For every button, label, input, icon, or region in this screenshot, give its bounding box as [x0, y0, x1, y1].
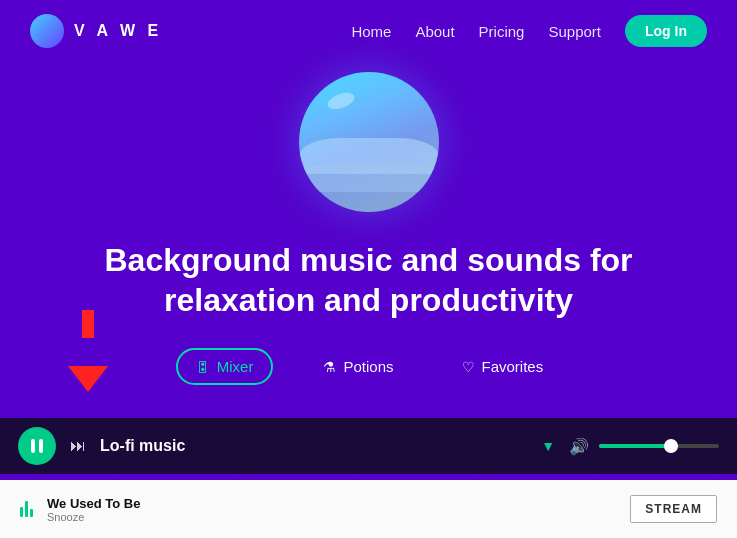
planet-shine — [325, 90, 356, 113]
nav-home[interactable]: Home — [351, 23, 391, 40]
player-bar: ⏭ Lo-fi music ▼ 🔊 — [0, 418, 737, 474]
tab-potions-label: Potions — [343, 358, 393, 375]
audio-bars — [20, 501, 33, 517]
logo-icon — [30, 14, 64, 48]
pause-icon — [31, 439, 43, 453]
track-name: Lo-fi music — [100, 437, 527, 455]
bar-2 — [25, 501, 28, 517]
tab-favorites[interactable]: ♡ Favorites — [444, 350, 562, 383]
skip-button[interactable]: ⏭ — [70, 437, 86, 455]
tab-mixer-label: Mixer — [217, 358, 254, 375]
bar-3 — [30, 509, 33, 517]
tab-favorites-label: Favorites — [482, 358, 544, 375]
arrow-stem — [82, 310, 94, 338]
volume-fill — [599, 444, 671, 448]
bar-1 — [20, 507, 23, 517]
tab-potions[interactable]: ⚗ Potions — [305, 350, 411, 383]
mixer-icon: 🎛 — [196, 359, 210, 375]
hero-title: Background music and sounds for relaxati… — [79, 240, 659, 320]
stream-button[interactable]: STREAM — [630, 495, 717, 523]
arrow-indicator — [68, 340, 108, 392]
volume-section: 🔊 — [569, 437, 719, 456]
tab-bar: 🎛 Mixer ⚗ Potions ♡ Favorites — [176, 348, 561, 385]
favorites-icon: ♡ — [462, 359, 475, 375]
song-row: We Used To Be Snooze STREAM — [0, 480, 737, 538]
login-button[interactable]: Log In — [625, 15, 707, 47]
play-pause-button[interactable] — [18, 427, 56, 465]
song-info: We Used To Be Snooze — [47, 496, 616, 523]
volume-knob[interactable] — [664, 439, 678, 453]
tab-mixer[interactable]: 🎛 Mixer — [176, 348, 274, 385]
nav-links: Home About Pricing Support Log In — [351, 15, 707, 47]
potions-icon: ⚗ — [323, 359, 336, 375]
planet-illustration — [299, 72, 439, 212]
arrow-head — [68, 366, 108, 392]
nav-about[interactable]: About — [415, 23, 454, 40]
song-title: We Used To Be — [47, 496, 616, 511]
song-artist: Snooze — [47, 511, 616, 523]
nav-pricing[interactable]: Pricing — [479, 23, 525, 40]
navbar: V A W E Home About Pricing Support Log I… — [0, 0, 737, 62]
nav-support[interactable]: Support — [548, 23, 601, 40]
volume-icon: 🔊 — [569, 437, 589, 456]
logo: V A W E — [30, 14, 162, 48]
logo-text: V A W E — [74, 22, 162, 40]
planet-wave-2 — [299, 164, 439, 192]
hero-section: Background music and sounds for relaxati… — [0, 62, 737, 403]
volume-slider[interactable] — [599, 444, 719, 448]
track-dropdown[interactable]: ▼ — [541, 438, 555, 454]
